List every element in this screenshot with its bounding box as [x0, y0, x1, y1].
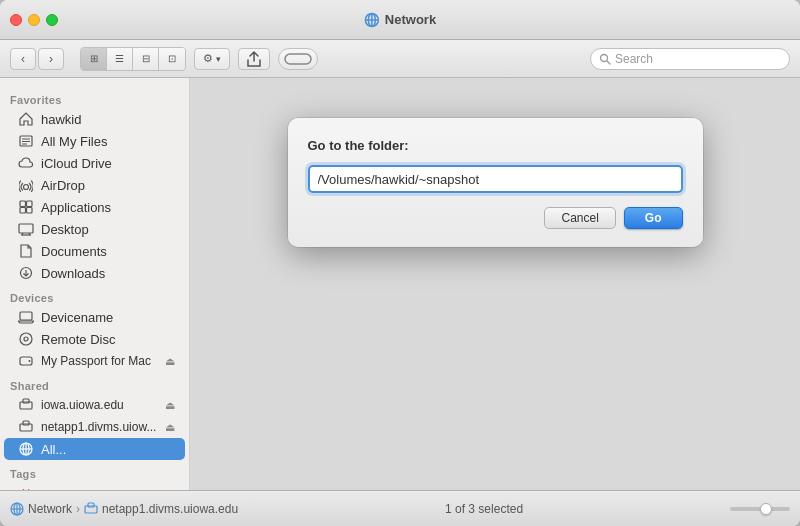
main-area: Go to the folder: Cancel Go — [190, 78, 800, 490]
devices-header: Devices — [0, 284, 189, 306]
slider-thumb[interactable] — [760, 503, 772, 515]
breadcrumb-network-icon — [10, 502, 24, 516]
sidebar-item-iowa[interactable]: iowa.uiowa.edu ⏏ — [4, 394, 185, 416]
svg-rect-22 — [20, 312, 32, 320]
view-controls: ⊞ ☰ ⊟ ⊡ — [80, 47, 186, 71]
sidebar-item-iowa-label: iowa.uiowa.edu — [41, 398, 158, 412]
tags-header: Tags — [0, 460, 189, 482]
maximize-button[interactable] — [46, 14, 58, 26]
desktop-icon — [18, 221, 34, 237]
sidebar-item-desktop[interactable]: Desktop — [4, 218, 185, 240]
search-placeholder: Search — [615, 52, 653, 66]
status-bar: Network › netapp1.divms.uiowa.edu 1 of 3… — [0, 490, 800, 526]
sidebar-item-airdrop-label: AirDrop — [41, 178, 175, 193]
home-icon — [18, 111, 34, 127]
breadcrumb-network-label: Network — [28, 502, 72, 516]
svg-rect-13 — [27, 201, 33, 207]
column-view-button[interactable]: ⊟ — [133, 48, 159, 70]
applications-icon — [18, 199, 34, 215]
eject-icon-netapp[interactable]: ⏏ — [165, 421, 175, 434]
svg-line-6 — [607, 61, 610, 64]
eject-icon-passport[interactable]: ⏏ — [165, 355, 175, 368]
sidebar-item-icloud-label: iCloud Drive — [41, 156, 175, 171]
arrange-button[interactable]: ⚙ ▾ — [194, 48, 230, 70]
svg-rect-16 — [19, 224, 33, 233]
content-area: Favorites hawkid All My Files iCloud Dri… — [0, 78, 800, 490]
go-button[interactable]: Go — [624, 207, 683, 229]
list-view-button[interactable]: ☰ — [107, 48, 133, 70]
nav-buttons: ‹ › — [10, 48, 64, 70]
cancel-button[interactable]: Cancel — [544, 207, 615, 229]
sidebar-item-icloud-drive[interactable]: iCloud Drive — [4, 152, 185, 174]
window-title: Network — [364, 12, 436, 28]
titlebar: Network — [0, 0, 800, 40]
icon-view-button[interactable]: ⊞ — [81, 48, 107, 70]
sidebar-item-downloads-label: Downloads — [41, 266, 175, 281]
sidebar-item-documents[interactable]: Documents — [4, 240, 185, 262]
sidebar-item-my-passport-label: My Passport for Mac — [41, 354, 158, 368]
back-button[interactable]: ‹ — [10, 48, 36, 70]
svg-rect-15 — [27, 208, 33, 214]
drive-icon — [18, 353, 34, 369]
sidebar-item-my-passport[interactable]: My Passport for Mac ⏏ — [4, 350, 185, 372]
sidebar-item-netapp[interactable]: netapp1.divms.uiow... ⏏ — [4, 416, 185, 438]
favorites-header: Favorites — [0, 86, 189, 108]
sidebar-item-downloads[interactable]: Downloads — [4, 262, 185, 284]
disc-icon — [18, 331, 34, 347]
sidebar-item-devicename-label: Devicename — [41, 310, 175, 325]
close-button[interactable] — [10, 14, 22, 26]
sidebar: Favorites hawkid All My Files iCloud Dri… — [0, 78, 190, 490]
sidebar-item-all-my-files[interactable]: All My Files — [4, 130, 185, 152]
arrange-chevron-icon: ▾ — [216, 54, 221, 64]
sidebar-item-all-my-files-label: All My Files — [41, 134, 175, 149]
airdrop-icon — [18, 177, 34, 193]
search-icon — [599, 53, 611, 65]
zoom-slider[interactable] — [730, 507, 790, 511]
traffic-lights — [10, 14, 58, 26]
share-button[interactable] — [238, 48, 270, 70]
network-icon — [364, 12, 380, 28]
svg-point-24 — [24, 337, 28, 341]
svg-rect-12 — [20, 201, 26, 207]
svg-point-23 — [20, 333, 32, 345]
svg-rect-14 — [20, 208, 26, 214]
toolbar: ‹ › ⊞ ☰ ⊟ ⊡ ⚙ ▾ — [0, 40, 800, 78]
sidebar-item-all[interactable]: All... — [4, 438, 185, 460]
documents-icon — [18, 243, 34, 259]
network-icon-iowa — [18, 397, 34, 413]
laptop-icon — [18, 309, 34, 325]
slider-track — [730, 507, 790, 511]
sidebar-item-applications-label: Applications — [41, 200, 175, 215]
sidebar-item-airdrop[interactable]: AirDrop — [4, 174, 185, 196]
breadcrumb: Network › netapp1.divms.uiowa.edu — [10, 502, 238, 516]
shared-header: Shared — [0, 372, 189, 394]
svg-point-11 — [24, 185, 29, 190]
dialog-title: Go to the folder: — [308, 138, 683, 153]
oval-button[interactable] — [278, 48, 318, 70]
coverflow-view-button[interactable]: ⊡ — [159, 48, 185, 70]
eject-icon-iowa[interactable]: ⏏ — [165, 399, 175, 412]
finder-window: Network ‹ › ⊞ ☰ ⊟ ⊡ ⚙ ▾ — [0, 0, 800, 526]
minimize-button[interactable] — [28, 14, 40, 26]
breadcrumb-netapp-label: netapp1.divms.uiowa.edu — [102, 502, 238, 516]
sidebar-item-applications[interactable]: Applications — [4, 196, 185, 218]
sidebar-item-all-label: All... — [41, 442, 175, 457]
sidebar-item-devicename[interactable]: Devicename — [4, 306, 185, 328]
breadcrumb-separator: › — [76, 502, 80, 516]
dialog-overlay: Go to the folder: Cancel Go — [190, 78, 800, 490]
sidebar-item-netapp-label: netapp1.divms.uiow... — [41, 420, 158, 434]
network-icon-netapp — [18, 419, 34, 435]
sidebar-item-remote-disc[interactable]: Remote Disc — [4, 328, 185, 350]
svg-rect-4 — [285, 54, 311, 64]
sidebar-item-hawkid[interactable]: hawkid — [4, 108, 185, 130]
folder-path-input[interactable] — [308, 165, 683, 193]
sidebar-item-desktop-label: Desktop — [41, 222, 175, 237]
all-files-icon — [18, 133, 34, 149]
svg-point-5 — [601, 54, 608, 61]
search-bar[interactable]: Search — [590, 48, 790, 70]
svg-point-26 — [29, 360, 31, 362]
sidebar-item-tags[interactable]: ✕ — [4, 482, 185, 490]
breadcrumb-netapp-icon — [84, 502, 98, 516]
sidebar-item-remote-disc-label: Remote Disc — [41, 332, 175, 347]
forward-button[interactable]: › — [38, 48, 64, 70]
